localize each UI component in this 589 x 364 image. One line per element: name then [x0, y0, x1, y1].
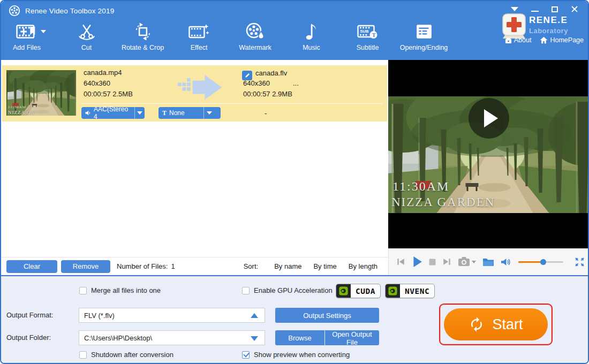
sort-by-length[interactable]: By length: [349, 262, 377, 270]
open-folder-button[interactable]: [482, 257, 494, 267]
previous-button[interactable]: [396, 257, 405, 266]
output-panel: Merge all files into one Enable GPU Acce…: [1, 275, 589, 364]
svg-text:T: T: [372, 32, 375, 38]
thumb-caption-overlay: NIZZA GA: [8, 110, 35, 115]
convert-arrow-icon: [177, 74, 223, 103]
convert-refresh-icon: [469, 316, 485, 332]
merge-label: Merge all files into one: [91, 286, 161, 294]
play-overlay-button[interactable]: [469, 98, 509, 139]
brand-zone: RENE.E Laboratory About HomePage: [492, 1, 588, 60]
about-link[interactable]: About: [505, 36, 532, 44]
next-button[interactable]: [442, 257, 451, 266]
toolbar-rotate-crop[interactable]: Rotate & Crop: [117, 20, 168, 58]
cut-scissors-icon: [77, 20, 96, 43]
output-format-label: Output Format:: [6, 308, 76, 323]
toolbar-label: Subtitle: [357, 44, 379, 51]
volume-icon[interactable]: [501, 257, 511, 267]
toolbar-label: Effect: [191, 44, 208, 51]
target-resolution: 640x360: [243, 78, 270, 89]
toolbar-effect[interactable]: Effect: [173, 20, 224, 58]
window-title: Renee Video Toolbox 2019: [25, 7, 114, 15]
show-preview-checkbox[interactable]: [242, 351, 250, 359]
toolbar-cut[interactable]: Cut: [61, 20, 112, 58]
brand-name: RENE.E: [529, 15, 583, 26]
clear-button[interactable]: Clear: [6, 260, 57, 273]
remove-button[interactable]: Remove: [61, 260, 110, 273]
volume-slider[interactable]: [518, 261, 563, 263]
file-row[interactable]: 11:30AM NIZZA GA canada.mp4 640x360 00:0…: [2, 65, 387, 122]
toolbar-label: Music: [303, 44, 320, 51]
toolbar-add-files[interactable]: Add Files: [1, 20, 52, 58]
brand-text: RENE.E Laboratory: [529, 15, 583, 35]
play-button[interactable]: [412, 256, 422, 268]
target-duration-size: 00:00:57 2.9MB: [243, 89, 292, 100]
volume-fill: [518, 261, 543, 263]
toolbar-music[interactable]: Music: [286, 20, 337, 58]
snapshot-button[interactable]: [458, 256, 476, 267]
subtitle-caret-icon[interactable]: [204, 111, 215, 115]
file-list: 11:30AM NIZZA GA canada.mp4 640x360 00:0…: [1, 60, 388, 257]
rotate-crop-icon: [133, 20, 153, 43]
toolbar-subtitle[interactable]: SUBT Subtitle: [342, 20, 393, 58]
nvidia-logo-icon: [386, 284, 400, 298]
toolbar-label: Rotate & Crop: [122, 44, 164, 51]
nvidia-logo-icon: [336, 284, 351, 298]
homepage-link[interactable]: HomePage: [540, 36, 584, 44]
output-settings-button[interactable]: Output Settings: [275, 308, 379, 323]
gpu-label: Enable GPU Acceleration: [254, 286, 333, 294]
music-note-icon: [305, 20, 319, 43]
speaker-icon: [85, 110, 91, 116]
toolbar-label: Add Files: [13, 44, 41, 51]
list-controls-bar: Clear Remove Number of Files: 1 Sort: By…: [1, 257, 388, 275]
nvenc-badge: NVENC: [385, 284, 435, 298]
target-more[interactable]: ...: [293, 78, 299, 89]
browse-button[interactable]: Browse: [275, 330, 324, 345]
toolbar-opening-ending[interactable]: Opening/Ending: [398, 20, 449, 58]
stop-button[interactable]: [429, 259, 436, 266]
watermark-icon: [245, 20, 266, 43]
snapshot-caret-icon[interactable]: [472, 261, 476, 263]
audio-caret-icon[interactable]: [134, 111, 145, 115]
toolbar-label: Cut: [81, 44, 92, 51]
output-folder-label: Output Folder:: [6, 330, 76, 345]
app-window: Renee Video Toolbox 2019 Add Files Cut: [0, 0, 589, 364]
show-preview-label: Show preview when converting: [254, 351, 350, 359]
player-bar: [388, 248, 589, 275]
gpu-checkbox[interactable]: [242, 287, 250, 294]
format-caret-up-icon: [251, 313, 258, 318]
about-box-icon: [505, 37, 512, 44]
volume-thumb[interactable]: [540, 259, 546, 265]
toolbar-label: Opening/Ending: [400, 44, 448, 51]
subtitle-t-icon: T: [162, 109, 167, 117]
source-duration-size: 00:00:57 2.5MB: [84, 89, 133, 100]
output-format-select[interactable]: FLV (*.flv): [79, 308, 265, 323]
target-subtitle-placeholder: -: [265, 108, 267, 119]
toolbar-label: Watermark: [239, 44, 271, 51]
shutdown-checkbox[interactable]: [79, 351, 87, 359]
video-preview[interactable]: 11:30AM NIZZA GARDEN: [388, 60, 589, 248]
start-button[interactable]: Start: [444, 308, 548, 340]
add-files-caret-icon[interactable]: [41, 30, 46, 33]
open-output-file-button[interactable]: Open Output File: [325, 330, 379, 345]
sort-label: Sort:: [244, 262, 258, 270]
toolbar-watermark[interactable]: Watermark: [230, 20, 281, 58]
start-annotation-box: Start: [439, 304, 553, 345]
file-count-label: Number of Files:: [117, 262, 168, 270]
cuda-badge: CUDA: [336, 284, 381, 298]
merge-checkbox[interactable]: [79, 287, 87, 294]
opening-ending-icon: [416, 20, 433, 43]
sort-by-name[interactable]: By name: [274, 262, 301, 270]
thumb-time-overlay: 11:30AM: [8, 105, 26, 109]
video-caption-overlay: NIZZA GARDEN: [391, 195, 495, 209]
audio-track-select[interactable]: AAC(Stereo 4: [81, 107, 145, 119]
output-folder-select[interactable]: C:\Users\HP\Desktop\: [79, 330, 265, 345]
sort-by-time[interactable]: By time: [313, 262, 336, 270]
svg-text:SUB: SUB: [360, 29, 368, 34]
subtitle-track-select[interactable]: T None: [158, 107, 221, 119]
home-icon: [540, 36, 548, 44]
source-resolution: 640x360: [84, 78, 110, 89]
brand-subtitle: Laboratory: [529, 27, 583, 35]
file-count-value: 1: [171, 262, 175, 270]
fullscreen-button[interactable]: [575, 257, 585, 267]
add-files-icon: [16, 20, 37, 43]
